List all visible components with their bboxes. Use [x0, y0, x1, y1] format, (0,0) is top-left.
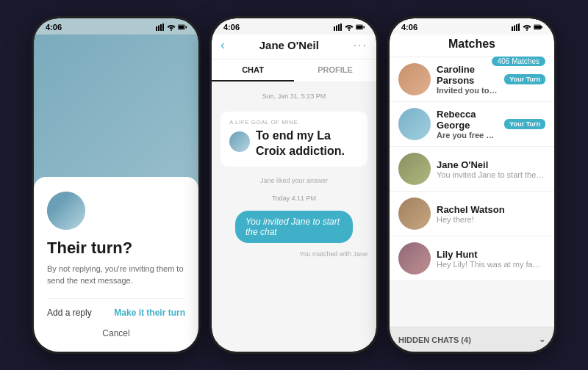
- svg-point-20: [526, 29, 528, 31]
- status-icons-3: [512, 23, 542, 31]
- chat-bubble-row: You invited Jane to start the chat: [220, 211, 368, 243]
- svg-rect-14: [356, 26, 362, 29]
- time-1: 4:06: [46, 23, 62, 32]
- svg-rect-11: [340, 23, 342, 31]
- svg-rect-7: [186, 26, 187, 29]
- match-info: Rachel WatsonHey there!: [437, 204, 545, 224]
- svg-point-4: [171, 29, 172, 31]
- time-2: 4:06: [223, 23, 240, 32]
- match-info: Lily HuntHey Lily! This was at my family…: [437, 249, 545, 269]
- match-avatar: [398, 108, 431, 140]
- match-preview: Hey Lily! This was at my family's beac..…: [437, 260, 545, 269]
- tab-chat[interactable]: CHAT: [212, 59, 294, 81]
- svg-rect-16: [512, 26, 513, 31]
- phone-matches: 4:06 Matches 406 Matches Caroline Parson…: [387, 16, 556, 354]
- svg-rect-9: [336, 26, 337, 32]
- match-name: Rachel Watson: [437, 204, 545, 215]
- match-preview: Invited you to start the chat.: [437, 86, 498, 95]
- phone-modal: 4:06 Their turn? By not replying, you're…: [32, 16, 201, 354]
- match-item[interactable]: Rachel WatsonHey there!: [390, 192, 554, 236]
- chat-body: Sun, Jan 31, 5:23 PM A LIFE GOAL OF MINE…: [212, 82, 376, 352]
- phone1-background: Their turn? By not replying, you're invi…: [34, 35, 198, 352]
- back-button[interactable]: ‹: [220, 37, 225, 53]
- svg-rect-18: [516, 24, 517, 31]
- match-avatar: [398, 242, 431, 275]
- goal-card-label: A LIFE GOAL OF MINE: [229, 119, 359, 126]
- match-item[interactable]: Rebecca GeorgeAre you free Sunday aftern…: [390, 102, 554, 147]
- svg-rect-19: [518, 23, 520, 31]
- status-bar-1: 4:06: [34, 18, 198, 35]
- chat-contact-name: Jane O'Neil: [259, 39, 319, 51]
- make-their-turn-button[interactable]: Make it their turn: [114, 308, 185, 318]
- status-icons-1: [156, 23, 187, 31]
- match-item[interactable]: Lily HuntHey Lily! This was at my family…: [390, 236, 554, 281]
- chat-time-label: Today 4:11 PM: [220, 195, 368, 202]
- svg-point-12: [348, 29, 350, 31]
- matches-list: Caroline ParsonsInvited you to start the…: [390, 57, 554, 327]
- matches-page-title: Matches: [398, 37, 545, 51]
- goal-card-text: To end my La Croix addiction.: [256, 128, 359, 159]
- hidden-chats-bar[interactable]: HIDDEN CHATS (4) ⌄: [390, 327, 554, 352]
- match-preview: You invited Jane to start the chat.: [437, 170, 545, 179]
- chat-date-label: Sun, Jan 31, 5:23 PM: [220, 92, 368, 100]
- match-info: Caroline ParsonsInvited you to start the…: [437, 64, 498, 95]
- goal-card-avatar: [229, 131, 250, 152]
- their-turn-modal: Their turn? By not replying, you're invi…: [34, 177, 198, 352]
- add-reply-button[interactable]: Add a reply: [47, 308, 92, 318]
- match-name: Lily Hunt: [437, 249, 545, 260]
- chat-liked-message: Jane liked your answer: [220, 177, 368, 184]
- modal-title: Their turn?: [47, 239, 185, 258]
- match-item[interactable]: Jane O'NeilYou invited Jane to start the…: [390, 147, 554, 192]
- svg-rect-22: [534, 26, 542, 29]
- chat-tabs: CHAT PROFILE: [212, 59, 376, 82]
- tab-profile[interactable]: PROFILE: [294, 59, 376, 81]
- match-info: Rebecca GeorgeAre you free Sunday aftern…: [437, 109, 498, 139]
- match-preview: Hey there!: [437, 215, 545, 224]
- svg-rect-23: [542, 26, 543, 29]
- match-avatar: [398, 63, 431, 95]
- svg-rect-10: [338, 24, 340, 31]
- status-bar-2: 4:06: [212, 18, 376, 35]
- matches-header: Matches 406 Matches: [390, 35, 554, 57]
- more-options-button[interactable]: ···: [354, 39, 368, 52]
- svg-rect-8: [334, 26, 335, 31]
- hidden-chats-label: HIDDEN CHATS (4): [398, 335, 471, 344]
- chevron-down-icon: ⌄: [539, 335, 545, 344]
- svg-rect-0: [156, 26, 157, 31]
- your-turn-badge: Your Turn: [504, 119, 545, 129]
- svg-rect-17: [514, 26, 515, 32]
- svg-rect-2: [160, 24, 162, 31]
- status-icons-2: [334, 23, 365, 31]
- match-name: Caroline Parsons: [437, 64, 498, 86]
- chat-matched-label: You matched with Jane: [220, 250, 368, 258]
- svg-rect-6: [179, 26, 184, 29]
- chat-goal-card: A LIFE GOAL OF MINE To end my La Croix a…: [220, 112, 368, 167]
- match-avatar: [398, 153, 431, 185]
- svg-rect-3: [162, 23, 164, 31]
- time-3: 4:06: [401, 23, 417, 32]
- match-avatar: [398, 197, 431, 230]
- modal-actions: Add a reply Make it their turn: [47, 298, 185, 318]
- match-name: Jane O'Neil: [437, 159, 545, 170]
- your-turn-badge: Your Turn: [504, 74, 545, 84]
- svg-rect-15: [364, 26, 365, 29]
- cancel-button[interactable]: Cancel: [47, 324, 185, 340]
- match-preview: Are you free Sunday afternoon?: [437, 131, 498, 139]
- modal-description: By not replying, you're inviting them to…: [47, 264, 185, 286]
- svg-rect-1: [158, 26, 159, 32]
- phone-chat: 4:06 ‹ Jane O'Neil ··· CHAT PROFILE Sun,…: [209, 16, 379, 354]
- matches-count-badge: 406 Matches: [492, 57, 545, 66]
- match-info: Jane O'NeilYou invited Jane to start the…: [437, 159, 545, 179]
- status-bar-3: 4:06: [390, 18, 554, 35]
- chat-header: ‹ Jane O'Neil ···: [212, 35, 376, 59]
- chat-bubble: You invited Jane to start the chat: [235, 211, 353, 243]
- match-name: Rebecca George: [437, 109, 498, 131]
- modal-avatar: [47, 192, 85, 230]
